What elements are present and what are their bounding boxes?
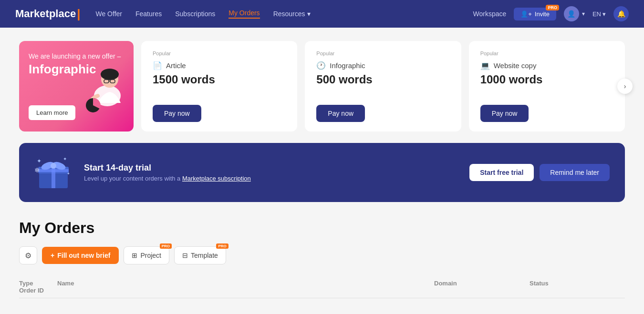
article-type: Article (166, 61, 186, 70)
orders-toolbar: ⚙ + Fill out new brief ⊞ Project PRO ⊟ T… (19, 246, 625, 264)
promo-illustration (79, 58, 129, 112)
project-button[interactable]: ⊞ Project PRO (124, 246, 169, 264)
article-words: 1500 words (153, 73, 286, 86)
page-title: My Orders (19, 219, 625, 237)
col-name: Name (57, 280, 339, 287)
trial-actions: Start free trial Remind me later (469, 164, 610, 181)
svg-point-2 (101, 69, 119, 80)
avatar: 👤 (564, 6, 579, 21)
trial-banner: ✦ ✦ ✦ ❄ Start 14-day trial Level up your… (19, 143, 625, 202)
service-card-website: Popular 💻 Website copy 1000 words Pay no… (469, 41, 625, 132)
svg-text:✦: ✦ (67, 172, 70, 176)
logo[interactable]: Marketplace| (15, 8, 80, 20)
website-tag: Popular (480, 51, 613, 56)
website-icon: 💻 (480, 61, 490, 70)
chevron-down-icon: ▾ (602, 10, 606, 18)
template-icon: ⊟ (182, 252, 188, 259)
filter-button[interactable]: ⚙ (19, 246, 37, 264)
website-type: Website copy (494, 61, 537, 70)
avatar-group[interactable]: 👤 ▾ (564, 6, 585, 21)
service-card-article: Popular 📄 Article 1500 words Pay now (141, 41, 297, 132)
nav-we-offer[interactable]: We Offer (95, 10, 122, 18)
table-header: Type Name Domain Status Order ID (19, 276, 625, 298)
svg-text:✦: ✦ (63, 156, 67, 162)
col-status: Status (530, 280, 625, 287)
pro-badge: PRO (546, 5, 559, 10)
col-spacer (339, 280, 434, 287)
svg-rect-10 (38, 169, 69, 172)
website-pay-button[interactable]: Pay now (480, 105, 529, 122)
promo-card: We are launching a new offer – Infograph… (19, 41, 134, 132)
col-type: Type (19, 280, 57, 287)
trial-description: Level up your content orders with a Mark… (84, 175, 458, 182)
notifications-button[interactable]: 🔔 (613, 6, 629, 21)
article-icon: 📄 (153, 61, 162, 70)
template-pro-badge: PRO (216, 243, 228, 249)
invite-button[interactable]: 👤+ Invite PRO (514, 8, 556, 20)
article-pay-button[interactable]: Pay now (153, 105, 201, 122)
fill-brief-button[interactable]: + Fill out new brief (42, 247, 119, 264)
logo-bar: | (77, 8, 80, 20)
infographic-icon: 🕐 (316, 61, 326, 70)
nav-resources[interactable]: Resources ▾ (273, 10, 311, 18)
svg-point-13 (51, 163, 56, 169)
project-icon: ⊞ (132, 252, 137, 259)
my-orders-section: My Orders ⚙ + Fill out new brief ⊞ Proje… (19, 219, 625, 298)
navbar: Marketplace| We Offer Features Subscript… (0, 0, 644, 28)
workspace-label: Workspace (473, 10, 506, 18)
main-content: We are launching a new offer – Infograph… (0, 28, 644, 314)
marketplace-subscription-link[interactable]: Marketplace subscription (182, 175, 251, 182)
carousel-next-button[interactable]: › (617, 79, 633, 94)
filter-icon: ⚙ (25, 251, 31, 260)
learn-more-button[interactable]: Learn more (29, 105, 75, 120)
infographic-type: Infographic (330, 61, 365, 70)
col-order-id: Order ID (19, 287, 57, 294)
remind-later-button[interactable]: Remind me later (540, 164, 610, 181)
language-selector[interactable]: EN ▾ (592, 10, 606, 18)
plus-icon: + (51, 252, 54, 259)
bell-icon: 🔔 (617, 10, 625, 18)
trial-title: Start 14-day trial (84, 163, 458, 173)
infographic-words: 500 words (316, 73, 449, 86)
chevron-down-icon: ▾ (582, 10, 585, 17)
gift-box-illustration: ✦ ✦ ✦ ❄ (34, 153, 73, 192)
infographic-pay-button[interactable]: Pay now (316, 105, 365, 122)
col-domain: Domain (434, 280, 530, 287)
logo-text: Marketplace (15, 8, 76, 20)
trial-banner-text: Start 14-day trial Level up your content… (84, 163, 458, 182)
infographic-tag: Popular (316, 51, 449, 56)
user-plus-icon: 👤+ (520, 10, 532, 18)
svg-text:❄: ❄ (34, 166, 40, 174)
website-words: 1000 words (480, 73, 613, 86)
article-tag: Popular (153, 51, 286, 56)
carousel-section: We are launching a new offer – Infograph… (19, 41, 625, 132)
nav-subscriptions[interactable]: Subscriptions (175, 10, 215, 18)
nav-features[interactable]: Features (135, 10, 162, 18)
start-free-trial-button[interactable]: Start free trial (469, 164, 534, 181)
navbar-right: Workspace 👤+ Invite PRO 👤 ▾ EN ▾ 🔔 (473, 6, 629, 21)
project-pro-badge: PRO (160, 243, 172, 249)
chevron-down-icon: ▾ (307, 10, 311, 18)
template-button[interactable]: ⊟ Template PRO (174, 246, 226, 264)
service-card-infographic: Popular 🕐 Infographic 500 words Pay now (305, 41, 461, 132)
nav-my-orders[interactable]: My Orders (229, 9, 260, 19)
main-nav: We Offer Features Subscriptions My Order… (95, 9, 457, 19)
svg-text:✦: ✦ (37, 158, 42, 164)
